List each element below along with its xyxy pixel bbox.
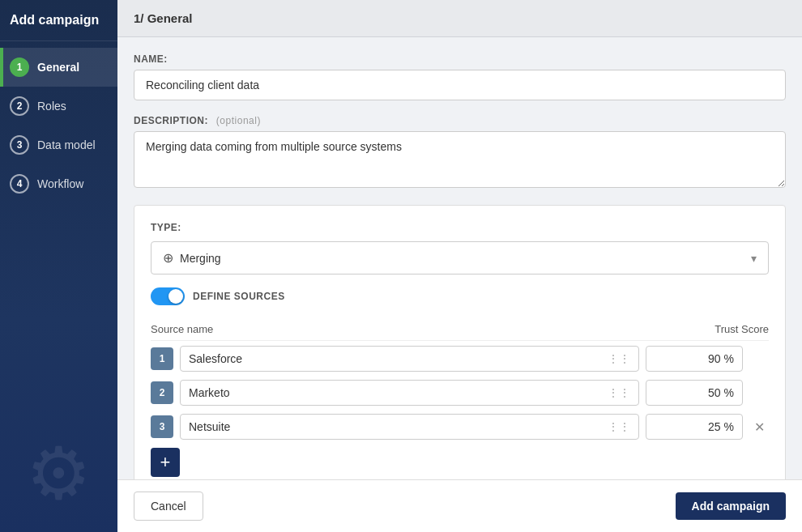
source-num-3: 3	[151, 415, 173, 438]
source-name-field-1[interactable]: Salesforce ⋮⋮	[180, 346, 639, 372]
cancel-button[interactable]: Cancel	[134, 492, 203, 521]
sidebar-item-workflow[interactable]: 4 Workflow	[0, 164, 117, 203]
sidebar-item-label-data-model: Data model	[37, 138, 96, 151]
add-campaign-button[interactable]: Add campaign	[676, 492, 786, 520]
drag-handle-icon-1: ⋮⋮	[608, 352, 630, 365]
description-group: DESCRIPTION: (optional) Merging data com…	[134, 115, 786, 190]
sidebar-item-roles[interactable]: 2 Roles	[0, 87, 117, 126]
type-select[interactable]: ⊕ Merging ▾	[151, 241, 769, 275]
sidebar-item-label-workflow: Workflow	[37, 177, 83, 190]
sidebar-header: Add campaign	[0, 0, 117, 41]
define-sources-toggle[interactable]	[151, 287, 185, 305]
source-name-value-3: Netsuite	[189, 420, 230, 433]
name-group: NAME:	[134, 53, 786, 100]
source-row-3: 3 Netsuite ⋮⋮ 25 % ✕	[151, 414, 769, 440]
name-label: NAME:	[134, 53, 786, 65]
sidebar-item-general[interactable]: 1 General	[0, 48, 117, 87]
sources-table: Source name Trust Score 1 Salesforce ⋮⋮ …	[151, 318, 769, 477]
main-panel: 1/ General NAME: DESCRIPTION: (optional)…	[117, 0, 802, 532]
define-sources-row: DEFINE SOURCES	[151, 287, 769, 305]
trust-score-field-1[interactable]: 90 %	[646, 346, 743, 372]
description-label: DESCRIPTION: (optional)	[134, 115, 786, 126]
drag-handle-icon-2: ⋮⋮	[608, 386, 630, 399]
trust-score-field-3[interactable]: 25 %	[646, 414, 743, 440]
chevron-down-icon: ▾	[751, 252, 757, 265]
step-circle-2: 2	[10, 96, 29, 116]
merging-icon: ⊕	[163, 250, 173, 266]
source-row-1: 1 Salesforce ⋮⋮ 90 %	[151, 346, 769, 372]
type-label: TYPE:	[151, 222, 769, 233]
toggle-knob	[169, 289, 183, 304]
sidebar-item-data-model[interactable]: 3 Data model	[0, 126, 117, 164]
drag-handle-icon-3: ⋮⋮	[608, 420, 630, 433]
page-title: 1/ General	[117, 0, 802, 37]
type-selected-value: Merging	[180, 252, 221, 265]
source-num-2: 2	[151, 381, 173, 404]
sources-header: Source name Trust Score	[151, 318, 769, 341]
source-row-2: 2 Marketo ⋮⋮ 50 %	[151, 380, 769, 406]
step-circle-3: 3	[10, 135, 29, 155]
main-footer: Cancel Add campaign	[117, 479, 802, 532]
name-input[interactable]	[134, 70, 786, 100]
type-section: TYPE: ⊕ Merging ▾ DEFINE SOURCES Source …	[134, 205, 786, 479]
sidebar-item-label-general: General	[37, 61, 79, 74]
source-num-1: 1	[151, 347, 173, 370]
define-sources-label: DEFINE SOURCES	[193, 291, 285, 302]
description-input[interactable]: Merging data coming from multiple source…	[134, 131, 786, 188]
type-select-inner: ⊕ Merging	[163, 250, 221, 266]
source-name-value-1: Salesforce	[189, 352, 242, 365]
delete-source-3-button[interactable]: ✕	[749, 417, 769, 436]
sidebar-bg-decoration: ⚙	[26, 431, 92, 516]
step-circle-1: 1	[10, 57, 29, 77]
sidebar: Add campaign 1 General 2 Roles 3 Data mo…	[0, 0, 117, 532]
sources-col-trust: Trust Score	[715, 323, 769, 335]
step-circle-4: 4	[10, 174, 29, 194]
sources-col-name: Source name	[151, 323, 213, 335]
add-source-button[interactable]: +	[151, 448, 180, 477]
source-name-value-2: Marketo	[189, 386, 230, 399]
description-optional: (optional)	[216, 115, 261, 126]
source-name-field-2[interactable]: Marketo ⋮⋮	[180, 380, 639, 406]
trust-score-field-2[interactable]: 50 %	[646, 380, 743, 406]
source-name-field-3[interactable]: Netsuite ⋮⋮	[180, 414, 639, 440]
main-content: NAME: DESCRIPTION: (optional) Merging da…	[117, 37, 802, 479]
sidebar-item-label-roles: Roles	[37, 100, 66, 113]
